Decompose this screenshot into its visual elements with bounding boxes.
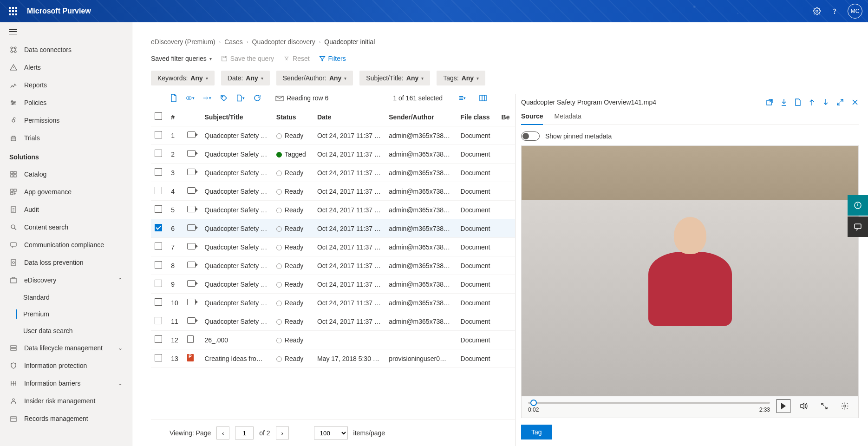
nav-item[interactable]: Insider risk management <box>0 392 132 410</box>
prev-page-button[interactable]: ‹ <box>216 426 229 439</box>
row-checkbox[interactable] <box>155 261 162 269</box>
table-row[interactable]: 12 26_.000 Ready Document <box>151 331 515 349</box>
volume-icon[interactable] <box>797 399 811 413</box>
row-checkbox[interactable] <box>155 335 162 343</box>
table-row[interactable]: 9 Quadcopter Safety … Ready Oct 24, 2017… <box>151 275 515 294</box>
table-row[interactable]: 2 Quadcopter Safety … Tagged Oct 24, 201… <box>151 145 515 164</box>
nav-item[interactable]: Catalog <box>0 165 132 183</box>
table-row[interactable]: 10 Quadcopter Safety … Ready Oct 24, 201… <box>151 294 515 312</box>
table-row[interactable]: 11 Quadcopter Safety … Ready Oct 24, 201… <box>151 312 515 331</box>
chat-icon[interactable] <box>848 216 868 237</box>
row-checkbox[interactable] <box>155 298 162 306</box>
breadcrumb-item[interactable]: Cases <box>224 38 243 46</box>
play-button[interactable] <box>777 399 790 413</box>
column-header[interactable]: Be <box>498 108 515 126</box>
row-checkbox[interactable] <box>155 187 162 194</box>
column-header[interactable]: Date <box>313 108 385 126</box>
table-row[interactable]: 8 Quadcopter Safety … Ready Oct 24, 2017… <box>151 256 515 275</box>
filter-pill[interactable]: Subject/Title: Any ▾ <box>359 71 430 85</box>
table-row[interactable]: 3 Quadcopter Safety … Ready Oct 24, 2017… <box>151 164 515 182</box>
table-row[interactable]: 7 Quadcopter Safety … Ready Oct 24, 2017… <box>151 238 515 256</box>
table-row[interactable]: 13 Creating Ideas fro… Ready May 17, 201… <box>151 349 515 368</box>
filter-pill[interactable]: Sender/Author: Any ▾ <box>276 71 353 85</box>
nav-item[interactable]: App governance <box>0 183 132 201</box>
group-action-icon[interactable]: ▾ <box>186 94 195 102</box>
columns-icon[interactable] <box>479 94 487 102</box>
column-header[interactable]: # <box>167 108 183 126</box>
nav-item[interactable]: Information protection <box>0 357 132 374</box>
close-icon[interactable] <box>851 98 859 106</box>
page-number-input[interactable] <box>235 426 254 439</box>
row-checkbox[interactable] <box>155 131 162 138</box>
arrow-up-icon[interactable] <box>809 98 815 106</box>
nav-item[interactable]: eDiscovery⌃ <box>0 271 132 289</box>
fullscreen-icon[interactable] <box>817 399 831 413</box>
table-row[interactable]: 1 Quadcopter Safety … Ready Oct 24, 2017… <box>151 126 515 145</box>
row-checkbox[interactable] <box>155 150 162 157</box>
filter-pill[interactable]: Tags: Any ▾ <box>437 71 485 85</box>
video-progress-bar[interactable] <box>528 402 770 404</box>
table-row[interactable]: 6 Quadcopter Safety … Ready Oct 24, 2017… <box>151 219 515 238</box>
detail-tab[interactable]: Source <box>521 110 543 125</box>
feedback-icon[interactable] <box>848 195 868 216</box>
nav-item[interactable]: Records management <box>0 410 132 427</box>
saved-filter-queries-button[interactable]: Saved filter queries▾ <box>151 55 212 62</box>
save-query-button[interactable]: Save the query <box>221 55 274 62</box>
nav-item[interactable]: Data lifecycle management⌄ <box>0 339 132 357</box>
breadcrumb-item[interactable]: Quadcopter discovery <box>252 38 315 46</box>
table-row[interactable]: 5 Quadcopter Safety … Ready Oct 24, 2017… <box>151 201 515 219</box>
navigate-action-icon[interactable]: ▾ <box>203 94 211 102</box>
app-launcher-icon[interactable] <box>6 4 20 19</box>
nav-item[interactable]: Data loss prevention <box>0 254 132 271</box>
nav-subitem[interactable]: User data search <box>0 322 132 339</box>
column-header[interactable]: Subject/Title <box>201 108 273 126</box>
show-pinned-metadata-toggle[interactable] <box>521 131 540 141</box>
nav-item[interactable]: Alerts <box>0 59 132 76</box>
tag-action-icon[interactable] <box>220 94 228 102</box>
hamburger-icon[interactable] <box>0 22 132 41</box>
filters-button[interactable]: Filters <box>319 55 346 62</box>
nav-item[interactable]: Audit <box>0 201 132 218</box>
settings-gear-icon[interactable] <box>812 7 822 16</box>
tag-button[interactable]: Tag <box>521 425 552 439</box>
row-checkbox[interactable] <box>155 205 162 213</box>
list-view-icon[interactable]: ▾ <box>457 94 466 102</box>
items-per-page-select[interactable]: 100 <box>314 426 348 439</box>
popout-icon[interactable] <box>766 98 773 106</box>
filter-pill[interactable]: Keywords: Any ▾ <box>151 71 215 85</box>
refresh-icon[interactable] <box>253 94 261 102</box>
column-header[interactable]: File class <box>457 108 498 126</box>
row-checkbox[interactable] <box>155 224 162 231</box>
reset-button[interactable]: Reset <box>283 55 310 62</box>
help-icon[interactable] <box>830 7 839 16</box>
arrow-down-icon[interactable] <box>822 98 829 106</box>
expand-icon[interactable] <box>836 98 844 106</box>
nav-item[interactable]: Reports <box>0 76 132 94</box>
user-avatar[interactable]: MC <box>848 4 862 19</box>
video-settings-icon[interactable] <box>838 399 852 413</box>
nav-item[interactable]: Policies <box>0 94 132 112</box>
select-all-checkbox[interactable] <box>155 112 162 120</box>
column-header[interactable]: Status <box>273 108 313 126</box>
nav-subitem[interactable]: Standard <box>0 289 132 306</box>
next-page-button[interactable]: › <box>276 426 289 439</box>
row-checkbox[interactable] <box>155 280 162 287</box>
column-header[interactable]: Sender/Author <box>385 108 457 126</box>
new-file-icon[interactable] <box>795 98 801 106</box>
nav-item[interactable]: Permissions <box>0 112 132 129</box>
document-action-icon[interactable] <box>170 94 178 102</box>
detail-tab[interactable]: Metadata <box>554 110 581 125</box>
row-checkbox[interactable] <box>155 243 162 250</box>
nav-item[interactable]: Trials <box>0 129 132 147</box>
nav-item[interactable]: Information barriers⌄ <box>0 374 132 392</box>
table-row[interactable]: 4 Quadcopter Safety … Ready Oct 24, 2017… <box>151 182 515 201</box>
row-checkbox[interactable] <box>155 168 162 176</box>
video-player[interactable]: 0:02 2:33 <box>521 145 859 418</box>
file-action-icon[interactable]: ▾ <box>236 94 245 102</box>
breadcrumb-item[interactable]: eDiscovery (Premium) <box>151 38 215 46</box>
row-checkbox[interactable] <box>155 354 162 361</box>
download-icon[interactable] <box>781 98 787 106</box>
nav-item[interactable]: Content search <box>0 218 132 236</box>
nav-item[interactable]: Communication compliance <box>0 236 132 254</box>
nav-item[interactable]: Data connectors <box>0 41 132 59</box>
